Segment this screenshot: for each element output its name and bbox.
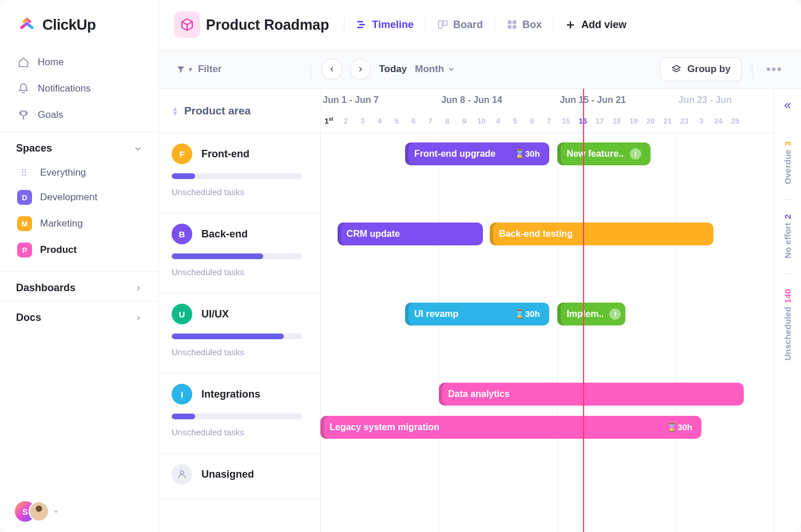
timeline-row[interactable]: B Back-end Unscheduled tasks — [159, 213, 320, 293]
day-cell: 6 — [405, 117, 422, 125]
day-cell: 7 — [541, 117, 558, 125]
tab-board[interactable]: Board — [436, 17, 484, 33]
divider — [553, 17, 554, 33]
timeline-row[interactable]: I Integrations Unscheduled tasks — [159, 374, 320, 454]
task-label: Back-end testing — [499, 229, 573, 239]
date-range: Jun 23 - Jun — [676, 95, 744, 105]
caret-down-icon: ▼ — [188, 66, 193, 73]
rail-label: No effort — [783, 223, 792, 259]
nav-label: Notifications — [38, 83, 91, 94]
row-label: Front-end — [201, 148, 249, 160]
task-bar[interactable]: Data analytics — [439, 383, 744, 406]
task-bar[interactable]: New feature..! — [557, 142, 651, 165]
space-item-product[interactable]: P Product — [9, 237, 149, 263]
task-label: UI revamp — [414, 309, 458, 319]
page-title: Product Roadmap — [206, 17, 329, 33]
rail-overdue[interactable]: Overdue 3 — [783, 126, 792, 199]
dashboards-section[interactable]: Dashboards — [0, 271, 158, 301]
day-cell: 7 — [422, 117, 439, 125]
docs-section[interactable]: Docs — [0, 301, 158, 331]
space-everything[interactable]: ⠿ Everything — [9, 161, 149, 184]
today-button[interactable]: Today — [379, 63, 407, 75]
hourglass-icon: ⌛30h — [667, 422, 692, 432]
day-cell: 9 — [456, 117, 473, 125]
tab-label: Box — [522, 19, 542, 31]
nav-goals[interactable]: Goals — [9, 102, 149, 128]
rail-unscheduled[interactable]: Unscheduled 140 — [783, 274, 792, 375]
dates-header: Jun 1 - Jun 7Jun 8 - Jun 14Jun 15 - Jun … — [320, 89, 774, 133]
hourglass-icon: ⌛30h — [514, 309, 540, 319]
svg-rect-4 — [508, 25, 512, 29]
sort-icon: ▲▼ — [172, 106, 179, 116]
unscheduled-label: Unscheduled tasks — [172, 187, 307, 197]
add-view-button[interactable]: ＋ Add view — [564, 18, 626, 31]
hourglass-icon: ⌛30h — [514, 149, 540, 159]
task-bar[interactable]: Legacy system migration⌛30h — [320, 416, 701, 439]
avatar-stack: S — [15, 501, 48, 522]
rail-count: 3 — [783, 141, 792, 146]
day-cell: 1st — [320, 116, 338, 125]
timeline-grid[interactable]: Jun 1 - Jun 7Jun 8 - Jun 14Jun 15 - Jun … — [320, 89, 774, 532]
row-label: Unasigned — [201, 469, 254, 481]
nav-notifications[interactable]: Notifications — [9, 76, 149, 102]
section-title: Spaces — [16, 142, 52, 154]
svg-rect-3 — [513, 21, 517, 25]
chevron-right-icon — [134, 314, 142, 322]
row-header-label: Product area — [184, 105, 251, 117]
task-bar[interactable]: Front-end upgrade⌛30h — [405, 142, 549, 165]
tab-label: Timeline — [372, 19, 414, 31]
unscheduled-label: Unscheduled tasks — [172, 267, 307, 277]
rail-label: Overdue — [783, 149, 792, 184]
filter-label: Filter — [198, 63, 222, 75]
spaces-header[interactable]: Spaces — [0, 132, 158, 161]
svg-rect-1 — [443, 21, 447, 25]
user-switcher[interactable]: S — [0, 491, 158, 532]
spaces-list: ⠿ Everything D Development M Marketing P… — [0, 161, 158, 271]
unscheduled-label: Unscheduled tasks — [172, 347, 307, 357]
task-label: Implem.. — [566, 309, 604, 319]
task-label: Legacy system migration — [330, 422, 439, 432]
rail-noeffort[interactable]: No effort 2 — [783, 200, 792, 273]
day-cell: 5 — [388, 117, 405, 125]
space-badge: D — [17, 190, 32, 205]
tab-timeline[interactable]: Timeline — [355, 17, 415, 33]
row-header-title[interactable]: ▲▼ Product area — [159, 89, 320, 133]
timeline-row[interactable]: F Front-end Unscheduled tasks — [159, 133, 320, 213]
user-icon — [172, 464, 192, 485]
logo[interactable]: ClickUp — [0, 0, 158, 46]
task-bar[interactable]: CRM update — [338, 223, 483, 245]
svg-point-6 — [180, 471, 184, 474]
task-bar[interactable]: UI revamp⌛30h — [405, 303, 549, 325]
space-item-marketing[interactable]: M Marketing — [9, 211, 149, 237]
next-button[interactable] — [350, 59, 371, 80]
day-cell: 3 — [354, 117, 371, 125]
chevron-down-icon — [53, 508, 60, 515]
space-badge: P — [17, 243, 32, 257]
nav-label: Goals — [38, 109, 63, 121]
space-label: Development — [40, 192, 97, 203]
nav-home[interactable]: Home — [9, 49, 149, 76]
unscheduled-label: Unscheduled tasks — [172, 427, 307, 437]
rail-count: 140 — [783, 289, 792, 303]
row-badge: I — [172, 384, 192, 404]
date-range: Jun 8 - Jun 14 — [439, 95, 557, 105]
collapse-rail-button[interactable]: « — [784, 98, 791, 113]
tab-box[interactable]: Box — [505, 17, 543, 33]
timeline-row[interactable]: U UI/UX Unscheduled tasks — [159, 293, 320, 374]
prev-button[interactable] — [322, 59, 342, 80]
chevron-right-icon — [134, 284, 142, 292]
task-bar[interactable]: Implem..! — [557, 303, 625, 325]
date-range: Jun 1 - Jun 7 — [320, 95, 439, 105]
primary-nav: Home Notifications Goals — [0, 46, 158, 132]
filter-button[interactable]: ▼ Filter — [174, 60, 224, 78]
day-cell: 4 — [371, 117, 388, 125]
home-icon — [17, 56, 30, 69]
timeline-row[interactable]: Unasigned — [159, 454, 320, 499]
task-bar[interactable]: Back-end testing — [490, 223, 713, 245]
range-selector[interactable]: Month — [415, 63, 455, 75]
more-button[interactable]: ••• — [763, 62, 786, 77]
group-by-button[interactable]: Group by — [660, 57, 741, 81]
sidebar: ClickUp Home Notifications Goals Spaces … — [0, 0, 159, 532]
trophy-icon — [17, 109, 30, 121]
space-item-development[interactable]: D Development — [9, 184, 149, 211]
